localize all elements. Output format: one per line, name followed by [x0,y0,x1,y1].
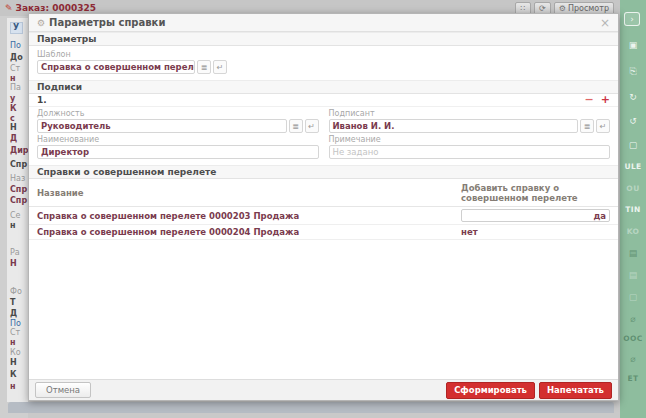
bg-text-fragment: Н [10,358,17,367]
slash-icon: ⌀ [620,354,646,364]
screen: ✎ Заказ: 0000325 ∷ ⟳ ⚙ Просмотр УПоДоСтн… [0,0,646,418]
certificate-params-dialog: ⚙ Параметры справки × Параметры Шаблон С… [28,13,619,401]
bg-text-fragment: Дир [10,146,28,155]
note-field: Примечание Не задано [329,133,611,159]
bg-text-fragment: Т [10,298,15,307]
table-row[interactable]: Справка о совершенном перелете 0000204 П… [29,225,618,240]
col-header-add: Добавить справку о совершенном перелете [453,179,618,207]
bg-text-fragment: Д [10,134,17,143]
clipped-label: ЕТ [620,374,646,383]
enter-icon: ↵ [600,122,607,131]
copy-icon[interactable]: ⎘ [620,66,646,77]
order-title: Заказ: 0000325 [16,3,96,13]
signer-open-button[interactable]: ↵ [596,119,610,133]
signature-row-header: 1. − + [29,94,618,107]
print-button[interactable]: Напечатать [539,382,612,399]
bg-text-fragment: К [10,370,17,379]
template-open-button[interactable]: ↵ [213,60,227,74]
bg-text-fragment: Се [10,211,21,220]
bg-text-fragment: Ст [10,64,20,73]
cert-add-cell[interactable]: нет [453,225,618,240]
bg-text-fragment: Д [10,309,17,318]
doc-icon: ▢ [620,292,646,302]
edit-pencil-icon: ✎ [5,3,13,13]
bg-text-fragment: Ст [10,328,20,337]
cert-name-cell: Справка о совершенном перелете 0000203 П… [29,207,453,225]
history-icon[interactable]: ↺ [620,116,646,126]
signer-input[interactable]: Иванов И. И. [329,119,579,133]
refresh-icon[interactable]: ↻ [620,92,646,102]
position-list-button[interactable]: ≣ [289,119,303,133]
doc-icon: ▤ [620,248,646,258]
bg-text-fragment: Спр [10,196,27,205]
bg-text-fragment: с [10,114,15,123]
bg-text-fragment: н [10,338,16,347]
generate-button[interactable]: Сформировать [446,382,535,399]
right-side-rail: ›▣⎘↻↺▢ULEOUTINKO▤▤▢⌀ООС⌀ЕТ [620,0,646,418]
name-field: Наименование Директор [37,133,319,159]
dialog-footer: Отмена Сформировать Напечатать [29,379,618,400]
table-row[interactable]: Справка о совершенном перелете 0000203 П… [29,207,618,225]
bg-text-fragment: Ра [10,248,20,257]
clipped-label: ULE [620,162,646,171]
gear-icon: ⚙ [37,18,45,28]
bg-text-fragment: У [10,22,23,34]
position-field: Должность Руководитель ≣ ↵ [37,107,319,133]
slash-icon: ⌀ [620,314,646,324]
name-input[interactable]: Директор [37,145,319,159]
clipped-label: KO [620,227,646,236]
remove-signature-button[interactable]: − [585,95,594,105]
position-input[interactable]: Руководитель [37,119,287,133]
bg-text-fragment: Н [10,123,17,132]
position-open-button[interactable]: ↵ [305,119,319,133]
close-icon[interactable]: × [600,18,610,28]
archive-icon[interactable]: ▢ [620,140,646,150]
clipped-label: TIN [620,205,646,214]
certificates-table: Название Добавить справку о совершенном … [29,179,618,240]
bg-text-fragment: По [10,319,21,328]
list-icon: ≣ [584,122,591,131]
signer-label: Подписант [329,109,611,118]
clipped-label: ООС [620,334,646,343]
dialog-title: Параметры справки [49,17,165,28]
enter-icon: ↵ [217,63,224,72]
cancel-button[interactable]: Отмена [35,382,91,398]
refresh-icon: ⟳ [539,4,546,13]
bg-text-fragment: Наз [10,174,25,183]
bg-text-fragment: Спр [10,185,27,194]
cert-name-cell: Справка о совершенном перелете 0000204 П… [29,225,453,240]
note-input[interactable]: Не задано [329,145,611,159]
bg-text-fragment: До [10,53,23,62]
cert-add-cell-editor[interactable]: да [461,209,610,222]
clipped-background-form: УПоДоСтнПауКсНДДирСпрНазСпрСпрСенРаНФоТД… [7,18,28,402]
signature-row-number: 1. [37,95,47,105]
bg-text-fragment: Н [10,259,17,268]
name-label: Наименование [37,135,319,144]
bg-text-fragment: Ко [10,348,21,357]
bg-text-fragment: К [10,104,17,113]
col-header-name: Название [29,179,453,207]
bg-text-fragment: у [10,94,15,103]
section-signs: Подписи [29,80,618,94]
preview-button-label: Просмотр [568,4,609,13]
template-label: Шаблон [37,50,610,59]
collapse-chevron-icon[interactable]: › [624,12,640,26]
bg-text-fragment: н [10,74,16,83]
bg-text-fragment: Па [10,83,21,92]
template-input[interactable]: Справка о совершенном перелете [37,60,195,74]
bg-text-fragment: Фо [10,287,22,296]
section-params: Параметры [29,32,618,46]
clipped-label: OU [620,184,646,193]
background-bottom-bar [8,402,614,413]
bg-text-fragment: Спр [10,160,27,169]
bg-text-fragment: н [10,382,16,391]
bg-text-fragment: н [10,221,16,230]
person-icon[interactable]: ▣ [620,40,646,50]
signer-list-button[interactable]: ≣ [580,119,594,133]
template-list-button[interactable]: ≣ [197,60,211,74]
position-label: Должность [37,109,319,118]
dialog-header: ⚙ Параметры справки × [29,14,618,32]
add-signature-button[interactable]: + [601,95,610,105]
note-label: Примечание [329,135,611,144]
enter-icon: ↵ [308,122,315,131]
